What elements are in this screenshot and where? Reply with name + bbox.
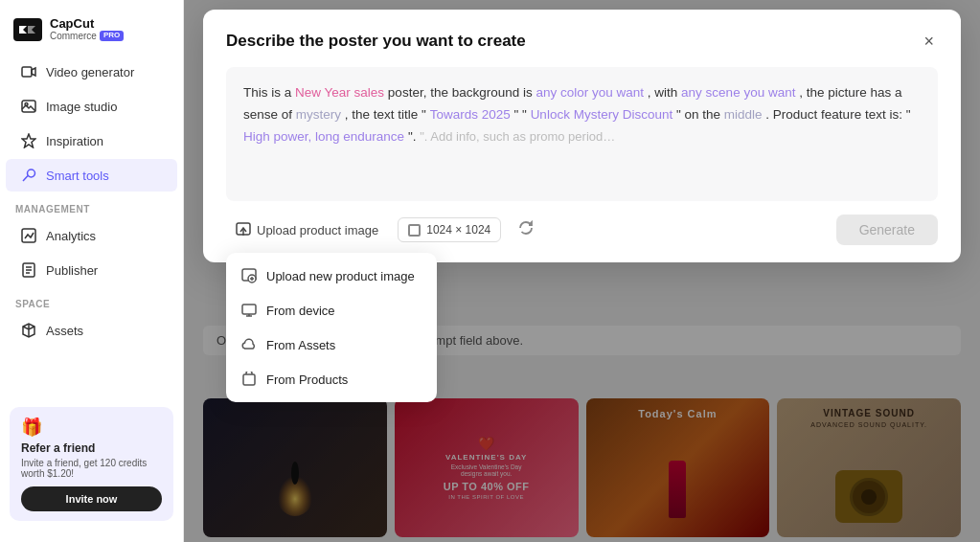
prompt-new-year-sales: New Year sales (295, 85, 384, 100)
main-content: ❤️ VALENTINE'S DAY Exclusive Valentine's… (184, 0, 980, 542)
dropdown-item-from-products[interactable]: From Products (226, 362, 437, 396)
svg-rect-12 (242, 305, 256, 314)
upload-new-icon (241, 268, 257, 283)
modal-close-button[interactable]: × (920, 31, 938, 52)
prompt-part10: " " (514, 107, 527, 122)
refer-title: Refer a friend (21, 441, 162, 455)
logo-text: CapCut Commerce PRO (50, 17, 124, 41)
prompt-part12: " on the (676, 107, 720, 122)
prompt-unlock-discount: Unlock Mystery Discount (531, 107, 673, 122)
dropdown-item-upload-new[interactable]: Upload new product image (226, 259, 437, 293)
sidebar-item-smart-tools[interactable]: Smart tools (6, 159, 177, 192)
sidebar-item-publisher[interactable]: Publisher (6, 254, 177, 286)
refresh-icon (518, 220, 534, 236)
modal-toolbar: Upload product image 1024 × 1024 Generat… (226, 215, 938, 245)
refer-subtitle: Invite a friend, get 120 credits worth $… (21, 458, 162, 479)
assets-icon (21, 323, 36, 338)
prompt-part14: . Product feature text is: " (765, 107, 910, 122)
modal: Describe the poster you want to create ×… (203, 10, 961, 262)
analytics-icon (21, 228, 36, 243)
capcut-logo-icon (13, 18, 42, 41)
space-section-label: Space (0, 287, 183, 313)
logo-area: CapCut Commerce PRO (0, 11, 183, 55)
gift-icon: 🎁 (21, 417, 162, 438)
prompt-middle: middle (724, 107, 763, 122)
dropdown-item-from-device[interactable]: From device (226, 293, 437, 327)
sidebar-item-video-generator[interactable]: Video generator (6, 56, 177, 88)
logo-capcut: CapCut (50, 17, 124, 31)
svg-rect-1 (22, 67, 32, 77)
prompt-part2: poster, the background is (388, 85, 533, 100)
sidebar-item-analytics[interactable]: Analytics (6, 219, 177, 252)
prompt-mystery: mystery (296, 107, 341, 122)
prompt-part4: , with (648, 85, 678, 100)
prompt-area[interactable]: This is a New Year sales poster, the bac… (226, 67, 938, 201)
tool-icon (21, 168, 36, 183)
inspiration-icon (21, 133, 36, 148)
video-icon (21, 64, 36, 79)
sidebar: CapCut Commerce PRO Video generator Imag… (0, 0, 184, 542)
sidebar-bottom: 🎁 Refer a friend Invite a friend, get 12… (0, 397, 183, 531)
sidebar-item-inspiration[interactable]: Inspiration (6, 124, 177, 157)
sidebar-item-image-studio[interactable]: Image studio (6, 90, 177, 123)
dropdown-item-from-assets[interactable]: From Assets (226, 327, 437, 362)
logo-commerce: Commerce PRO (50, 31, 124, 41)
svg-marker-4 (22, 134, 35, 147)
modal-header: Describe the poster you want to create × (226, 31, 938, 52)
upload-icon (236, 222, 251, 237)
sidebar-item-assets[interactable]: Assets (6, 314, 177, 347)
refer-card: 🎁 Refer a friend Invite a friend, get 12… (10, 407, 173, 521)
refresh-button[interactable] (511, 215, 541, 245)
generate-button[interactable]: Generate (836, 215, 938, 245)
prompt-towards-2025: Towards 2025 (430, 107, 511, 122)
products-icon (241, 372, 257, 387)
size-selector[interactable]: 1024 × 1024 (398, 217, 501, 242)
upload-product-button[interactable]: Upload product image (226, 215, 388, 244)
size-label: 1024 × 1024 (426, 223, 490, 237)
upload-dropdown-menu: Upload new product image From device Fro… (226, 253, 437, 402)
management-section-label: Management (0, 192, 183, 218)
prompt-any-scene: any scene you want (681, 85, 795, 100)
size-box-icon (408, 224, 421, 237)
prompt-part16: ". (408, 129, 420, 144)
publisher-icon (21, 262, 36, 278)
prompt-any-color: any color you want (536, 85, 644, 100)
monitor-icon (241, 303, 257, 318)
prompt-high-power: High power, long endurance (243, 129, 404, 144)
invite-button[interactable]: Invite now (21, 486, 162, 511)
prompt-prefix: This is a (243, 85, 291, 100)
prompt-part8: , the text title " (345, 107, 426, 122)
modal-title: Describe the poster you want to create (226, 32, 526, 51)
pro-badge: PRO (100, 31, 124, 41)
image-icon (21, 99, 36, 114)
prompt-placeholder: ". Add info, such as promo period… (420, 129, 615, 144)
svg-rect-13 (243, 374, 255, 385)
cloud-icon (241, 337, 257, 352)
